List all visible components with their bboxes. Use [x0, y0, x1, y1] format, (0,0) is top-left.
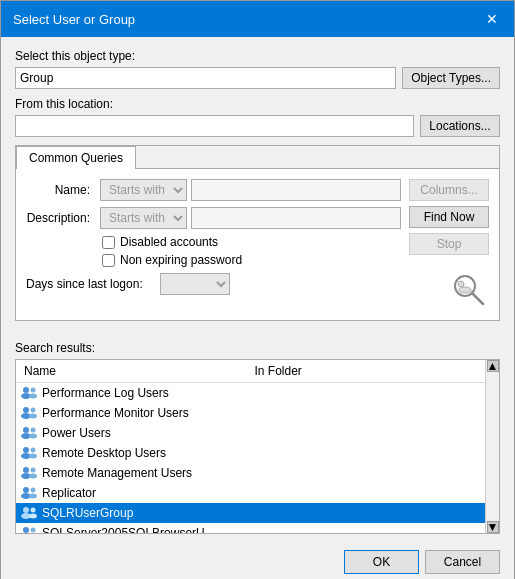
cancel-button[interactable]: Cancel: [425, 550, 500, 574]
disabled-accounts-checkbox[interactable]: [102, 236, 115, 249]
svg-point-18: [31, 448, 36, 453]
table-row[interactable]: SQLServer2005SQLBrowserU...: [16, 523, 485, 533]
user-group-icon: [20, 524, 38, 533]
tab-form: Name: Starts with Description: Starts wi…: [26, 179, 401, 301]
location-row: Locations...: [15, 115, 500, 137]
tab-container: Common Queries Name: Starts with: [15, 145, 500, 321]
row-name: Power Users: [42, 426, 361, 440]
object-type-input[interactable]: [15, 67, 396, 89]
find-now-button[interactable]: Find Now: [409, 206, 489, 228]
row-name: SQLRUserGroup: [42, 506, 361, 520]
svg-point-10: [31, 408, 36, 413]
svg-point-31: [29, 514, 37, 519]
scrollbar[interactable]: ▲ ▼: [485, 360, 499, 533]
object-types-button[interactable]: Object Types...: [402, 67, 500, 89]
table-row[interactable]: Performance Monitor Users: [16, 403, 485, 423]
table-row[interactable]: Replicator: [16, 483, 485, 503]
non-expiring-checkbox[interactable]: [102, 254, 115, 267]
svg-point-27: [29, 494, 37, 499]
table-row[interactable]: Remote Management Users: [16, 463, 485, 483]
svg-point-30: [31, 508, 36, 513]
days-since-label: Days since last logon:: [26, 277, 156, 291]
location-input[interactable]: [15, 115, 414, 137]
svg-point-4: [23, 387, 29, 393]
search-results-label: Search results:: [15, 341, 500, 355]
tab-header: Common Queries: [16, 146, 499, 169]
location-label: From this location:: [15, 97, 500, 111]
table-row[interactable]: Performance Log Users: [16, 383, 485, 403]
svg-point-8: [23, 407, 29, 413]
svg-point-6: [31, 388, 36, 393]
user-group-icon: [20, 464, 38, 482]
description-value-input[interactable]: [191, 207, 401, 229]
ok-button[interactable]: OK: [344, 550, 419, 574]
tab-right-buttons: Columns... Find Now Stop: [409, 179, 489, 310]
table-row[interactable]: Remote Desktop Users: [16, 443, 485, 463]
close-button[interactable]: ✕: [482, 9, 502, 29]
results-wrapper: Name In Folder Performance Log Users Per…: [15, 359, 500, 534]
svg-point-34: [31, 528, 36, 533]
name-value-input[interactable]: [191, 179, 401, 201]
tab-content: Name: Starts with Description: Starts wi…: [16, 169, 499, 320]
search-icon: [449, 270, 489, 310]
description-row: Description: Starts with: [26, 207, 401, 229]
row-name: Remote Management Users: [42, 466, 361, 480]
svg-point-32: [23, 527, 29, 533]
description-condition-select[interactable]: Starts with: [100, 207, 187, 229]
svg-point-28: [23, 507, 29, 513]
svg-point-7: [29, 394, 37, 399]
name-label: Name:: [26, 183, 96, 197]
name-row: Name: Starts with: [26, 179, 401, 201]
svg-point-20: [23, 467, 29, 473]
row-name: Remote Desktop Users: [42, 446, 361, 460]
days-since-select[interactable]: [160, 273, 230, 295]
select-user-group-dialog: Select User or Group ✕ Select this objec…: [0, 0, 515, 579]
user-group-icon: [20, 504, 38, 522]
row-name: Performance Monitor Users: [42, 406, 361, 420]
svg-point-3: [459, 287, 471, 293]
user-group-icon: [20, 384, 38, 402]
locations-button[interactable]: Locations...: [420, 115, 500, 137]
search-icon-area: [409, 270, 489, 310]
disabled-accounts-label: Disabled accounts: [120, 235, 218, 249]
scroll-down[interactable]: ▼: [487, 521, 499, 533]
object-type-label: Select this object type:: [15, 49, 500, 63]
user-group-icon: [20, 484, 38, 502]
row-name: Replicator: [42, 486, 361, 500]
table-row[interactable]: Power Users: [16, 423, 485, 443]
svg-point-11: [29, 414, 37, 419]
col-name-header: Name: [20, 362, 251, 380]
svg-line-1: [472, 293, 483, 304]
common-queries-tab[interactable]: Common Queries: [16, 146, 136, 169]
results-list[interactable]: Performance Log Users Performance Monito…: [16, 383, 485, 533]
svg-point-23: [29, 474, 37, 479]
results-header: Name In Folder: [16, 360, 485, 383]
svg-point-12: [23, 427, 29, 433]
dialog-footer: OK Cancel: [1, 544, 514, 579]
non-expiring-row: Non expiring password: [102, 253, 401, 267]
table-row[interactable]: SQLRUserGroup: [16, 503, 485, 523]
bottom-section: Search results: Name In Folder Performan…: [1, 341, 514, 544]
svg-point-19: [29, 454, 37, 459]
svg-point-2: [458, 281, 464, 287]
description-label: Description:: [26, 211, 96, 225]
col-folder-header: In Folder: [251, 362, 482, 380]
title-bar: Select User or Group ✕: [1, 1, 514, 37]
name-condition-select[interactable]: Starts with: [100, 179, 187, 201]
user-group-icon: [20, 404, 38, 422]
columns-button[interactable]: Columns...: [409, 179, 489, 201]
svg-point-16: [23, 447, 29, 453]
svg-point-24: [23, 487, 29, 493]
svg-point-14: [31, 428, 36, 433]
svg-point-22: [31, 468, 36, 473]
tab-inner: Name: Starts with Description: Starts wi…: [26, 179, 489, 310]
stop-button[interactable]: Stop: [409, 233, 489, 255]
dialog-body: Select this object type: Object Types...…: [1, 37, 514, 341]
object-type-row: Object Types...: [15, 67, 500, 89]
user-group-icon: [20, 444, 38, 462]
disabled-accounts-row: Disabled accounts: [102, 235, 401, 249]
user-group-icon: [20, 424, 38, 442]
scroll-up[interactable]: ▲: [487, 360, 499, 372]
non-expiring-label: Non expiring password: [120, 253, 242, 267]
row-name: Performance Log Users: [42, 386, 361, 400]
